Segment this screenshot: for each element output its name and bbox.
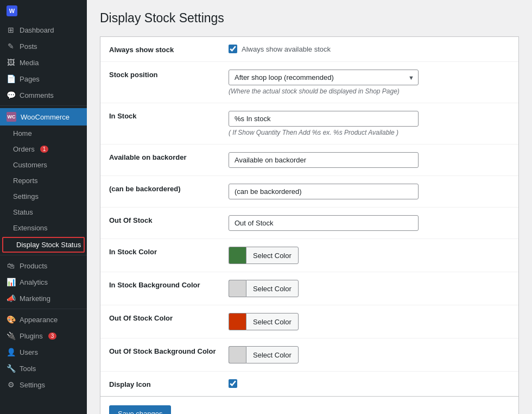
plugins-badge: 3 <box>48 333 57 340</box>
in-stock-color-label: In Stock Color <box>109 247 218 256</box>
sidebar-item-label: Pages <box>20 75 40 83</box>
out-of-stock-control <box>229 215 510 231</box>
plugins-label: Plugins <box>20 332 43 340</box>
analytics-icon: 📊 <box>7 278 15 286</box>
always-show-stock-checkbox-label: Always show available stock <box>242 45 331 53</box>
display-icon-label: Display Icon <box>109 379 218 388</box>
out-of-stock-bg-color-row: Out Of Stock Background Color Select Col… <box>100 338 518 372</box>
display-stock-status-label: Display Stock Status <box>16 241 81 249</box>
sidebar-item-analytics[interactable]: 📊 Analytics <box>0 274 87 290</box>
display-icon-checkbox[interactable] <box>229 379 237 388</box>
available-on-backorder-row: Available on backorder <box>100 145 518 176</box>
in-stock-color-row: In Stock Color Select Color <box>100 239 518 272</box>
sidebar-item-reports[interactable]: Reports <box>0 173 87 189</box>
in-stock-color-swatch[interactable] <box>229 247 246 264</box>
out-of-stock-color-swatch[interactable] <box>229 313 246 330</box>
posts-icon: ✎ <box>7 42 15 51</box>
sidebar-item-users[interactable]: 👤 Users <box>0 344 87 360</box>
always-show-stock-label: Always show stock <box>109 45 218 54</box>
users-icon: 👤 <box>7 348 15 356</box>
sidebar-item-orders[interactable]: Orders 1 <box>0 141 87 157</box>
stock-position-control: After shop loop (recommended) Before sho… <box>229 70 510 95</box>
in-stock-color-control: Select Color <box>229 247 510 264</box>
sidebar-item-label: Dashboard <box>20 26 54 34</box>
stock-position-hint: (Where the actual stock should be displa… <box>229 87 510 95</box>
sidebar-item-label: Posts <box>20 42 37 51</box>
sidebar-item-settings-main[interactable]: ⚙ Settings <box>0 377 87 393</box>
comments-icon: 💬 <box>7 91 15 99</box>
reports-label: Reports <box>13 177 38 185</box>
out-of-stock-bg-color-label: Out Of Stock Background Color <box>109 346 218 355</box>
sidebar-item-tools[interactable]: 🔧 Tools <box>0 360 87 377</box>
sidebar-item-posts[interactable]: ✎ Posts <box>0 38 87 54</box>
orders-badge: 1 <box>40 146 49 153</box>
save-button[interactable]: Save changes <box>109 405 171 414</box>
analytics-label: Analytics <box>20 278 48 286</box>
out-of-stock-input[interactable] <box>229 215 419 231</box>
plugins-icon: 🔌 <box>7 331 15 340</box>
out-of-stock-bg-color-btn[interactable]: Select Color <box>246 346 299 363</box>
out-of-stock-color-label: Out Of Stock Color <box>109 313 218 322</box>
dashboard-icon: ⊞ <box>7 26 15 34</box>
sidebar-item-settings[interactable]: Settings <box>0 189 87 204</box>
in-stock-bg-color-row: In Stock Background Color Select Color <box>100 272 518 305</box>
media-icon: 🖼 <box>7 58 15 67</box>
extensions-label: Extensions <box>13 224 48 232</box>
page-title: Display Stock Settings <box>100 11 519 26</box>
out-of-stock-color-row: Out Of Stock Color Select Color <box>100 305 518 338</box>
settings-main-icon: ⚙ <box>7 380 15 389</box>
available-on-backorder-label: Available on backorder <box>109 152 218 161</box>
in-stock-input[interactable] <box>229 111 419 127</box>
out-of-stock-bg-color-swatch[interactable] <box>229 346 246 363</box>
sidebar-item-plugins[interactable]: 🔌 Plugins 3 <box>0 328 87 344</box>
sidebar-item-media[interactable]: 🖼 Media <box>0 54 87 71</box>
sidebar-item-display-stock-status[interactable]: Display Stock Status <box>2 237 85 253</box>
out-of-stock-label: Out Of Stock <box>109 215 218 224</box>
out-of-stock-color-btn[interactable]: Select Color <box>246 313 299 330</box>
available-on-backorder-control <box>229 152 510 168</box>
wordpress-icon: W <box>7 5 17 16</box>
appearance-label: Appearance <box>20 316 58 324</box>
in-stock-bg-color-swatch[interactable] <box>229 280 246 297</box>
sidebar-logo[interactable]: W <box>0 0 87 22</box>
sidebar-item-extensions[interactable]: Extensions <box>0 220 87 236</box>
in-stock-control: ( If Show Quantity Then Add %s ex. %s Pr… <box>229 111 510 136</box>
out-of-stock-color-control: Select Color <box>229 313 510 330</box>
settings-main-label: Settings <box>20 381 45 389</box>
sidebar-item-products[interactable]: 🛍 Products <box>0 258 87 274</box>
can-be-backordered-input[interactable] <box>229 184 419 199</box>
main-content: Display Stock Settings Always show stock… <box>87 0 532 414</box>
sidebar-item-dashboard[interactable]: ⊞ Dashboard <box>0 22 87 38</box>
display-icon-row: Display Icon <box>100 372 518 396</box>
stock-position-select[interactable]: After shop loop (recommended) Before sho… <box>229 70 419 85</box>
sidebar-item-home[interactable]: Home <box>0 126 87 141</box>
in-stock-hint: ( If Show Quantity Then Add %s ex. %s Pr… <box>229 129 510 136</box>
sidebar-item-status[interactable]: Status <box>0 204 87 220</box>
sidebar-item-woocommerce[interactable]: WC WooCommerce <box>0 108 87 126</box>
sidebar-item-appearance[interactable]: 🎨 Appearance <box>0 311 87 328</box>
can-be-backordered-row: (can be backordered) <box>100 176 518 208</box>
sidebar: W ⊞ Dashboard ✎ Posts 🖼 Media 📄 Pages 💬 … <box>0 0 87 414</box>
always-show-stock-checkbox[interactable] <box>229 45 237 53</box>
sidebar-item-comments[interactable]: 💬 Comments <box>0 87 87 103</box>
sidebar-item-customers[interactable]: Customers <box>0 157 87 173</box>
appearance-icon: 🎨 <box>7 315 15 324</box>
always-show-stock-row: Always show stock Always show available … <box>100 37 518 62</box>
stock-position-label: Stock position <box>109 70 218 79</box>
settings-label: Settings <box>13 192 39 200</box>
display-icon-control <box>229 379 510 388</box>
marketing-icon: 📣 <box>7 294 15 303</box>
in-stock-color-btn[interactable]: Select Color <box>246 247 299 264</box>
marketing-label: Marketing <box>20 294 50 303</box>
sidebar-item-marketing[interactable]: 📣 Marketing <box>0 290 87 306</box>
pages-icon: 📄 <box>7 74 15 83</box>
tools-label: Tools <box>20 365 36 373</box>
sidebar-item-pages[interactable]: 📄 Pages <box>0 71 87 87</box>
in-stock-bg-color-label: In Stock Background Color <box>109 280 218 289</box>
customers-label: Customers <box>13 161 47 169</box>
available-on-backorder-input[interactable] <box>229 152 419 168</box>
can-be-backordered-label: (can be backordered) <box>109 184 218 193</box>
in-stock-bg-color-btn[interactable]: Select Color <box>246 280 299 297</box>
out-of-stock-row: Out Of Stock <box>100 208 518 239</box>
always-show-stock-control: Always show available stock <box>229 45 510 53</box>
